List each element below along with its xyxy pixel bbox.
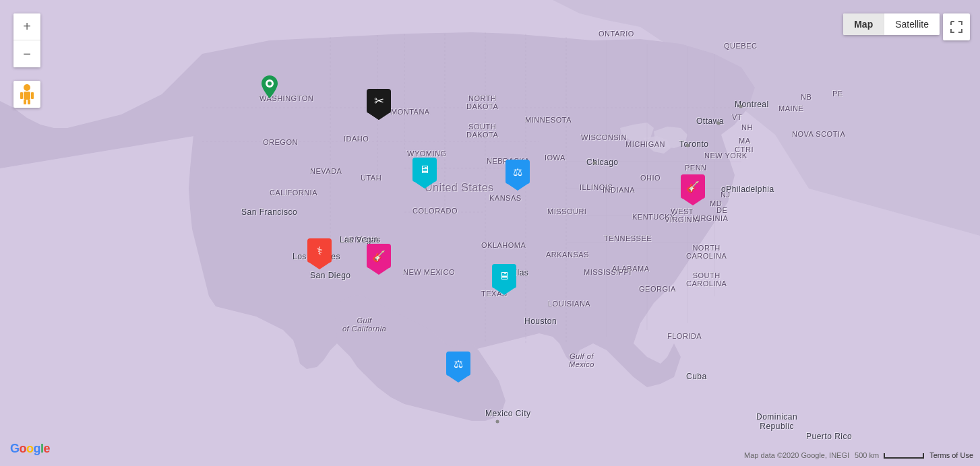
scale-container: 500 km [855,451,924,459]
chicago-dot [593,162,596,165]
de-label: DE [716,206,727,214]
arizona-label: ARIZONA [344,236,379,244]
sandiego-label: San Diego [310,271,351,280]
colorado-marker[interactable]: 🖥 [412,158,437,182]
svg-point-21 [268,81,272,86]
westvirginia-marker[interactable]: 🎸 [681,174,705,199]
toronto-label: Toronto [679,139,709,149]
louisiana-label: LOUISIANA [548,300,590,308]
svg-rect-26 [20,92,23,99]
pennsylvania-label: PENN [685,164,707,172]
sanfrancisco-label: San Francisco [241,207,297,217]
map-container: United States WASHINGTON OREGON CALIFORN… [0,0,980,466]
vt-label: VT [732,113,742,121]
pe-label: PE [832,90,843,98]
kansas-marker[interactable]: ⚖ [506,160,530,184]
novascotia-label: NOVA SCOTIA [792,130,845,138]
ma-label: MA [739,137,751,145]
zoom-in-button[interactable]: + [13,13,40,40]
indiana-label: INDIANA [603,186,635,194]
missouri-label: MISSOURI [547,207,586,215]
svg-rect-27 [31,92,34,99]
alabama-label: ALABAMA [612,265,649,273]
nevada-label: NEVADA [310,167,342,175]
zoom-out-button[interactable]: − [13,40,40,67]
mexicocity-label: Mexico City [485,409,531,418]
ct-label: CT [735,145,745,154]
nh-label: NH [741,123,753,131]
southdakota-label: SOUTHDAKOTA [466,123,498,139]
gulf-mexico-label: Gulf ofMexico [569,352,594,368]
gulf-california-label: Gulfof California [342,317,386,333]
chicago-label: Chicago [586,158,619,167]
map-data-text: Map data ©2020 Google, INEGI [744,451,849,459]
mexico-marker[interactable]: ⚖ [446,352,470,376]
newyork-label: NEW YORK [704,152,747,160]
texas-marker[interactable]: 🖥 [492,264,516,288]
iowa-label: IOWA [545,154,565,162]
svg-point-22 [24,84,30,91]
ohio-label: OHIO [640,174,661,182]
fullscreen-button[interactable] [943,13,970,40]
wyoming-label: WYOMING [407,149,447,158]
map-type-map-button[interactable]: Map [843,13,884,35]
toronto-dot [686,144,690,147]
pegman-icon [19,84,35,105]
map-type-controls: Map Satellite [843,13,940,35]
svg-rect-0 [0,0,980,466]
michigan-label: MICHIGAN [625,140,665,148]
montreal-dot [739,105,743,108]
maine-label: MAINE [778,104,803,112]
utah-label: UTAH [361,174,381,182]
ontario-label: ONTARIO [599,30,634,38]
md-label: MD [710,199,722,207]
nb-label: NB [801,93,811,101]
arizona-marker[interactable]: 🎸 [367,244,391,268]
mexicocity-dot [496,420,499,424]
terms-link[interactable]: Terms of Use [929,451,973,459]
ottawa-label: Ottawa [696,116,724,126]
westvirginia-label: WESTVIRGINIA [665,207,700,224]
ri-label: RI [745,145,754,154]
montana-marker[interactable]: ✂ [367,89,391,113]
dominican-republic-label: DominicanRepublic [756,412,797,431]
svg-rect-24 [24,100,26,104]
oklahoma-label: OKLAHOMA [481,241,526,249]
quebec-label: QUEBEC [724,42,757,50]
tennessee-label: TENNESSEE [604,234,652,242]
idaho-label: IDAHO [344,135,369,143]
fullscreen-icon [950,21,962,33]
southcarolina-label: SOUTHCAROLINA [686,271,727,288]
zoom-controls: + − [13,13,40,67]
newmexico-label: NEW MEXICO [403,268,455,276]
svg-rect-23 [24,92,30,100]
lasvegas-label: Las Vegas [340,235,381,244]
map-attribution: Map data ©2020 Google, INEGI 500 km Term… [744,451,973,459]
cuba-label: Cuba [686,372,707,381]
washington-marker[interactable] [259,74,280,101]
philadelphia-label: oPhiladelphia [721,185,774,194]
oregon-label: OREGON [263,138,298,146]
georgia-label: GEORGIA [639,285,676,293]
arkansas-label: ARKANSAS [546,251,589,259]
northcarolina-label: NORTHCAROLINA [686,244,727,260]
svg-rect-25 [28,100,30,104]
kentucky-label: KENTUCKY [632,213,675,221]
wisconsin-label: WISCONSIN [581,133,627,141]
california-label: CALIFORNIA [270,189,317,197]
illinois-label: ILLINOIS [580,183,613,191]
montana-label: MONTANA [391,108,430,116]
map-type-satellite-button[interactable]: Satellite [884,13,940,35]
puerto-rico-label: Puerto Rico [806,432,852,441]
florida-label: FLORIDA [667,332,702,340]
ottawa-dot [717,122,721,125]
google-logo: Google [10,442,50,456]
kansas-label: KANSAS [489,194,522,202]
mississippi-label: MISSISSIPPI [584,268,632,276]
minnesota-label: MINNESOTA [525,116,572,124]
virginia-label: VIRGINIA [693,214,728,222]
pegman-control[interactable] [13,81,40,108]
colorado-label: COLORADO [412,207,458,215]
northdakota-label: NORTHDAKOTA [466,94,498,110]
losangeles-marker[interactable]: ⚕ [307,238,332,263]
